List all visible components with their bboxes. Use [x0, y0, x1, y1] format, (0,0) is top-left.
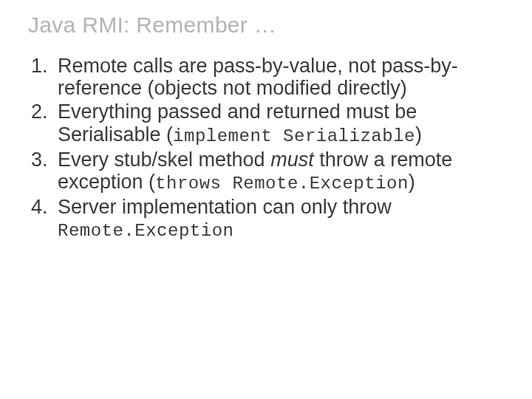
code-fragment: implement Serializable — [173, 126, 415, 146]
list-item: Remote calls are pass-by-value, not pass… — [53, 55, 504, 99]
item-text: Server implementation can only throw — [58, 196, 392, 218]
list-item: Everything passed and returned must be S… — [53, 100, 504, 146]
item-text: Remote calls are pass-by-value, not pass… — [58, 55, 458, 99]
slide: Java RMI: Remember … Remote calls are pa… — [0, 0, 532, 399]
list-item: Server implementation can only throw Rem… — [53, 196, 504, 242]
code-fragment: throws Remote.Exception — [155, 174, 409, 194]
item-text: ) — [415, 123, 422, 146]
item-text: Every stub/skel method — [58, 149, 270, 171]
points-list: Remote calls are pass-by-value, not pass… — [28, 55, 504, 242]
code-fragment: Remote.Exception — [58, 221, 233, 241]
list-item: Every stub/skel method must throw a remo… — [53, 149, 504, 194]
item-text: ) — [409, 171, 415, 193]
page-title: Java RMI: Remember … — [28, 12, 504, 38]
emphasis: must — [270, 149, 314, 171]
